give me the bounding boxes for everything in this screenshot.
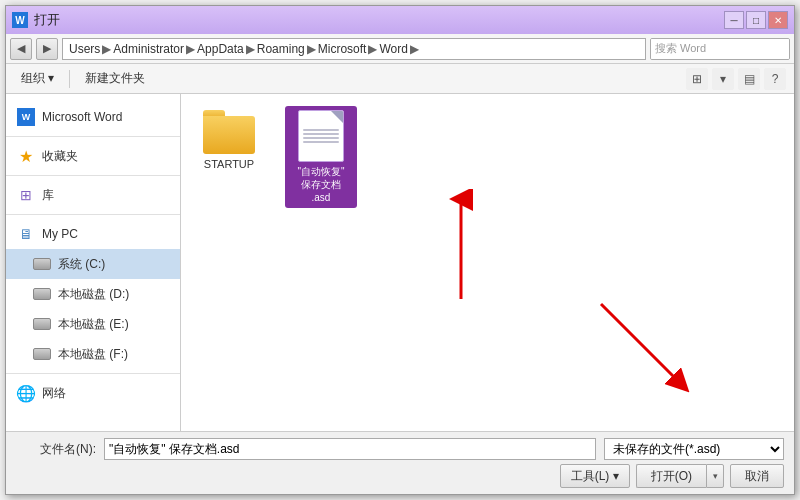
network-icon: 🌐 — [16, 383, 36, 403]
sidebar-item-network[interactable]: 🌐 网络 — [6, 378, 180, 408]
sep6: ▶ — [410, 42, 419, 56]
back-button[interactable]: ◀ — [10, 38, 32, 60]
sidebar-label-drive-c: 系统 (C:) — [58, 256, 105, 273]
sep4: ▶ — [307, 42, 316, 56]
new-folder-button[interactable]: 新建文件夹 — [78, 67, 152, 90]
file-label-autorecover: "自动恢复"保存文档.asd — [297, 165, 344, 204]
sidebar-label-word: Microsoft Word — [42, 110, 122, 124]
toolbar: 组织 ▾ 新建文件夹 ⊞ ▾ ▤ ? — [6, 64, 794, 94]
address-bar: ◀ ▶ Users ▶ Administrator ▶ AppData ▶ Ro… — [6, 34, 794, 64]
view-list-button[interactable]: ▤ — [738, 68, 760, 90]
path-word: Word — [379, 42, 407, 56]
dialog-title: 打开 — [34, 11, 60, 29]
drive-f-icon — [32, 344, 52, 364]
minimize-button[interactable]: ─ — [724, 11, 744, 29]
word-sidebar-icon: W — [16, 107, 36, 127]
arrow-down-indicator — [581, 284, 701, 404]
file-grid: STARTUP "自动恢复"保存文档.asd — [193, 106, 782, 208]
sidebar-label-drive-f: 本地磁盘 (F:) — [58, 346, 128, 363]
document-icon — [298, 110, 344, 162]
sidebar-item-microsoft-word[interactable]: W Microsoft Word — [6, 102, 180, 132]
sidebar-divider-3 — [6, 214, 180, 215]
sidebar-divider-4 — [6, 373, 180, 374]
favorites-icon: ★ — [16, 146, 36, 166]
filename-input[interactable] — [104, 438, 596, 460]
drive-e-icon — [32, 314, 52, 334]
drive-c-icon — [32, 254, 52, 274]
sidebar-item-drive-c[interactable]: 系统 (C:) — [6, 249, 180, 279]
view-dropdown-button[interactable]: ▾ — [712, 68, 734, 90]
sidebar-label-mypc: My PC — [42, 227, 78, 241]
forward-button[interactable]: ▶ — [36, 38, 58, 60]
file-label-startup: STARTUP — [204, 157, 254, 171]
sidebar-label-drive-e: 本地磁盘 (E:) — [58, 316, 129, 333]
close-button[interactable]: ✕ — [768, 11, 788, 29]
toolbar-right: ⊞ ▾ ▤ ? — [686, 68, 786, 90]
title-bar: W 打开 ─ □ ✕ — [6, 6, 794, 34]
sidebar-label-network: 网络 — [42, 385, 66, 402]
toolbar-separator — [69, 70, 70, 88]
file-area[interactable]: STARTUP "自动恢复"保存文档.asd — [181, 94, 794, 431]
path-appdata: AppData — [197, 42, 244, 56]
path-microsoft: Microsoft — [318, 42, 367, 56]
word-title-icon: W — [12, 12, 28, 28]
sidebar-item-drive-d[interactable]: 本地磁盘 (D:) — [6, 279, 180, 309]
sidebar-item-drive-e[interactable]: 本地磁盘 (E:) — [6, 309, 180, 339]
maximize-button[interactable]: □ — [746, 11, 766, 29]
sep5: ▶ — [368, 42, 377, 56]
sep1: ▶ — [102, 42, 111, 56]
filename-row: 文件名(N): 未保存的文件(*.asd) 所有文件(*.*) — [16, 438, 784, 460]
tools-button[interactable]: 工具(L) ▾ — [560, 464, 630, 488]
view-grid-button[interactable]: ⊞ — [686, 68, 708, 90]
sidebar-item-drive-f[interactable]: 本地磁盘 (F:) — [6, 339, 180, 369]
open-dropdown-button[interactable]: ▾ — [706, 464, 724, 488]
sidebar-item-library[interactable]: ⊞ 库 — [6, 180, 180, 210]
sidebar-divider-2 — [6, 175, 180, 176]
path-administrator: Administrator — [113, 42, 184, 56]
search-input[interactable] — [651, 39, 790, 59]
organize-button[interactable]: 组织 ▾ — [14, 67, 61, 90]
sidebar-item-favorites[interactable]: ★ 收藏夹 — [6, 141, 180, 171]
folder-icon — [203, 110, 255, 154]
filename-label: 文件名(N): — [16, 441, 96, 458]
action-row: 工具(L) ▾ 打开(O) ▾ 取消 — [16, 464, 784, 488]
help-button[interactable]: ? — [764, 68, 786, 90]
title-bar-left: W 打开 — [12, 11, 60, 29]
sidebar-item-mypc[interactable]: 🖥 My PC — [6, 219, 180, 249]
open-dialog: W 打开 ─ □ ✕ ◀ ▶ Users ▶ Administrator ▶ A… — [5, 5, 795, 495]
path-users: Users — [69, 42, 100, 56]
open-button-group: 打开(O) ▾ — [636, 464, 724, 488]
sidebar-divider-1 — [6, 136, 180, 137]
sidebar: W Microsoft Word ★ 收藏夹 ⊞ 库 — [6, 94, 181, 431]
title-buttons: ─ □ ✕ — [724, 11, 788, 29]
file-item-autorecover[interactable]: "自动恢复"保存文档.asd — [285, 106, 357, 208]
sidebar-label-drive-d: 本地磁盘 (D:) — [58, 286, 129, 303]
drive-d-icon — [32, 284, 52, 304]
sidebar-label-favorites: 收藏夹 — [42, 148, 78, 165]
address-path[interactable]: Users ▶ Administrator ▶ AppData ▶ Roamin… — [62, 38, 646, 60]
library-icon: ⊞ — [16, 185, 36, 205]
filetype-select[interactable]: 未保存的文件(*.asd) 所有文件(*.*) — [604, 438, 784, 460]
sep2: ▶ — [186, 42, 195, 56]
bottom-area: 文件名(N): 未保存的文件(*.asd) 所有文件(*.*) 工具(L) ▾ … — [6, 431, 794, 494]
sidebar-label-library: 库 — [42, 187, 54, 204]
file-item-startup[interactable]: STARTUP — [193, 106, 265, 208]
path-roaming: Roaming — [257, 42, 305, 56]
svg-line-3 — [601, 304, 681, 384]
main-content: W Microsoft Word ★ 收藏夹 ⊞ 库 — [6, 94, 794, 431]
word-icon: W — [17, 108, 35, 126]
cancel-button[interactable]: 取消 — [730, 464, 784, 488]
search-box[interactable]: 🔍 — [650, 38, 790, 60]
mypc-icon: 🖥 — [16, 224, 36, 244]
sep3: ▶ — [246, 42, 255, 56]
open-button[interactable]: 打开(O) — [636, 464, 706, 488]
